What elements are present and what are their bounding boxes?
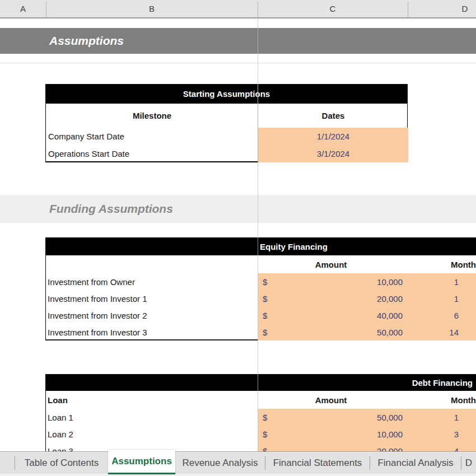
tab-cut-off[interactable]: D bbox=[461, 452, 476, 474]
debt-financing-header-label: Debt Financing bbox=[412, 378, 473, 388]
milestone-column-header[interactable]: Milestone bbox=[46, 104, 258, 128]
column-header-a[interactable]: A bbox=[0, 0, 46, 17]
input-cell-month[interactable]: 1 bbox=[404, 290, 459, 307]
vertical-gridline bbox=[258, 0, 258, 451]
tab-bar-spacer bbox=[0, 452, 15, 474]
column-divider bbox=[408, 2, 408, 17]
amount-column-header[interactable]: Amount bbox=[258, 255, 404, 273]
loan-column-header[interactable]: Loan bbox=[48, 391, 255, 409]
row-label[interactable]: Investment from Investor 2 bbox=[48, 307, 255, 324]
tab-financial-analysis[interactable]: Financial Analysis bbox=[370, 452, 461, 474]
tab-financial-statements[interactable]: Financial Statements bbox=[265, 452, 370, 474]
row-label[interactable]: Operations Start Date bbox=[48, 145, 255, 162]
sheet-tab-bar: Table of Contents Assumptions Revenue An… bbox=[0, 451, 476, 476]
input-cell-amount[interactable]: 10,000 bbox=[270, 273, 403, 290]
tab-revenue-analysis[interactable]: Revenue Analysis bbox=[175, 452, 265, 474]
column-divider bbox=[258, 2, 258, 17]
equity-financing-table: Equity Financing Amount Month Investment… bbox=[45, 237, 476, 340]
input-cell-amount[interactable]: 40,000 bbox=[270, 307, 403, 324]
starting-assumptions-table: Starting Assumptions Milestone Dates Com… bbox=[45, 84, 408, 162]
row-label[interactable]: Loan 1 bbox=[48, 409, 255, 426]
input-cell-month[interactable]: 1 bbox=[404, 273, 459, 290]
debt-financing-header: Debt Financing bbox=[46, 374, 476, 391]
equity-financing-header: Equity Financing bbox=[46, 237, 476, 255]
input-cell-month[interactable]: 6 bbox=[404, 307, 459, 324]
row-label[interactable]: Company Start Date bbox=[48, 128, 255, 145]
input-cell-amount[interactable]: 10,000 bbox=[270, 426, 403, 442]
tab-assumptions[interactable]: Assumptions bbox=[108, 450, 175, 474]
input-cell-month[interactable]: 1 bbox=[404, 409, 459, 426]
input-cell-company-start-date[interactable]: 1/1/2024 bbox=[258, 128, 408, 145]
page-title: Assumptions bbox=[49, 34, 124, 48]
debt-financing-table: Debt Financing Loan Amount Month Loan 1 … bbox=[45, 374, 476, 459]
row-label[interactable]: Investment from Owner bbox=[48, 273, 255, 290]
sheet-title-band: Assumptions bbox=[0, 28, 476, 54]
dates-column-header[interactable]: Dates bbox=[258, 104, 408, 128]
input-cell-amount[interactable]: 50,000 bbox=[270, 409, 403, 426]
input-cell-amount[interactable]: 20,000 bbox=[270, 290, 403, 307]
month-column-header[interactable]: Month bbox=[404, 391, 476, 409]
row-label[interactable]: Investment from Investor 1 bbox=[48, 290, 255, 307]
starting-assumptions-header-label: Starting Assumptions bbox=[46, 89, 407, 99]
column-header-c[interactable]: C bbox=[258, 0, 408, 17]
input-cell-operations-start-date[interactable]: 3/1/2024 bbox=[258, 145, 408, 162]
column-header-d[interactable]: D bbox=[442, 0, 476, 17]
funding-assumptions-band: Funding Assumptions bbox=[0, 195, 476, 223]
starting-assumptions-header: Starting Assumptions bbox=[46, 84, 407, 104]
column-header-b[interactable]: B bbox=[46, 0, 258, 17]
row-label[interactable]: Loan 2 bbox=[48, 426, 255, 442]
input-cell-amount[interactable]: 50,000 bbox=[270, 324, 403, 340]
month-column-header[interactable]: Month bbox=[404, 255, 476, 273]
input-cell-month[interactable]: 14 bbox=[404, 324, 459, 340]
equity-financing-header-label: Equity Financing bbox=[260, 242, 328, 251]
section-title: Funding Assumptions bbox=[49, 202, 173, 216]
horizontal-gridline bbox=[0, 63, 476, 63]
amount-column-header[interactable]: Amount bbox=[258, 391, 404, 409]
input-cell-month[interactable]: 3 bbox=[404, 426, 459, 442]
tab-table-of-contents[interactable]: Table of Contents bbox=[15, 452, 108, 474]
column-divider bbox=[46, 2, 46, 17]
column-header-row: A B C D bbox=[0, 0, 476, 18]
row-label[interactable]: Investment from Investor 3 bbox=[48, 324, 255, 340]
